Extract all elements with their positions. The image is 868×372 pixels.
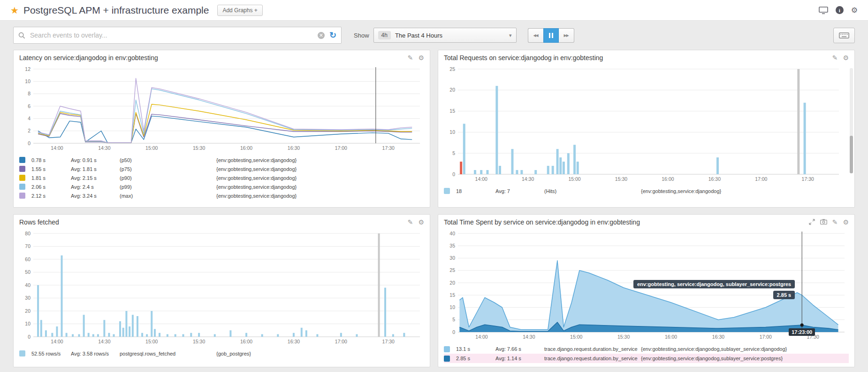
svg-text:5: 5 <box>452 317 455 322</box>
total-requests-chart[interactable]: 051015202514:0014:3015:0015:3016:0016:30… <box>444 65 844 184</box>
requests-legend: 18 Avg: 7 (Hits) {env:gobtesting,service… <box>444 186 849 195</box>
svg-text:15: 15 <box>449 292 455 298</box>
svg-text:4: 4 <box>28 116 30 121</box>
pause-button[interactable] <box>543 28 559 43</box>
panel-scrollbar[interactable] <box>850 68 853 173</box>
legend-row-max[interactable]: 2.12 s Avg: 3.24 s (max) {env:gobtesting… <box>19 191 424 200</box>
svg-text:0: 0 <box>28 140 30 146</box>
forward-button[interactable]: ▶▶ <box>559 28 574 43</box>
legend-avg: Avg: 7 <box>495 188 544 194</box>
series-color-swatch <box>19 166 25 172</box>
panel-gear-icon[interactable]: ⚙ <box>843 54 849 61</box>
svg-text:25: 25 <box>449 66 455 72</box>
panel-gear-icon[interactable]: ⚙ <box>843 219 849 225</box>
tooltip-scope-label: env:gobtesting, service:djangodog, subla… <box>633 280 795 288</box>
panel-gear-icon[interactable]: ⚙ <box>418 219 424 225</box>
edit-pencil-icon[interactable]: ✎ <box>408 54 413 61</box>
svg-text:14:00: 14:00 <box>475 334 487 340</box>
panel-header: Total Requests on service:djangodog in e… <box>444 50 849 65</box>
panel-title: Latency on service:djangodog in env:gobt… <box>19 54 158 62</box>
event-search-box[interactable]: ✕ ↻ <box>13 27 342 44</box>
svg-text:70: 70 <box>25 243 30 249</box>
legend-value: 2.12 s <box>31 193 71 199</box>
legend-metric: (p75) <box>120 166 216 172</box>
svg-text:40: 40 <box>25 282 30 288</box>
svg-text:60: 60 <box>25 256 30 262</box>
legend-metric: postgresql.rows_fetched <box>120 351 216 356</box>
legend-row-postgres[interactable]: 2.85 s Avg: 1.14 s trace.django.request.… <box>444 354 849 363</box>
svg-text:16:00: 16:00 <box>665 334 677 340</box>
clear-search-icon[interactable]: ✕ <box>318 32 325 39</box>
info-icon[interactable]: i <box>836 6 844 14</box>
legend-row-p50[interactable]: 0.78 s Avg: 0.91 s (p50) {env:gobtesting… <box>19 155 424 164</box>
keyboard-shortcuts-button[interactable] <box>833 28 855 43</box>
series-color-swatch <box>19 157 25 163</box>
svg-text:16:00: 16:00 <box>662 176 674 182</box>
legend-metric: (max) <box>120 193 216 199</box>
edit-pencil-icon[interactable]: ✎ <box>832 54 838 61</box>
edit-pencil-icon[interactable]: ✎ <box>832 219 838 225</box>
camera-snapshot-icon[interactable] <box>820 219 827 225</box>
add-graphs-button[interactable]: Add Graphs + <box>217 5 262 16</box>
svg-text:17:00: 17:00 <box>755 176 767 182</box>
latency-legend: 0.78 s Avg: 0.91 s (p50) {env:gobtesting… <box>19 155 424 200</box>
legend-avg: Avg: 2.4 s <box>71 184 120 190</box>
legend-row-hits[interactable]: 18 Avg: 7 (Hits) {env:gobtesting,service… <box>444 186 849 195</box>
svg-text:16:30: 16:30 <box>288 145 300 151</box>
legend-scope: {env:gobtesting,service:djangodog} <box>641 188 849 194</box>
svg-text:14:00: 14:00 <box>475 176 487 182</box>
legend-row-p75[interactable]: 1.55 s Avg: 1.81 s (p75) {env:gobtesting… <box>19 164 424 173</box>
panel-title: Total Time Spent by service on service:d… <box>444 218 640 226</box>
legend-row-p99[interactable]: 2.06 s Avg: 2.4 s (p99) {env:gobtesting,… <box>19 182 424 191</box>
svg-text:15:00: 15:00 <box>145 145 158 151</box>
legend-metric: (p90) <box>120 175 216 181</box>
total-time-legend: 13.1 s Avg: 7.66 s trace.django.request.… <box>444 344 849 363</box>
legend-avg: Avg: 7.66 s <box>495 346 544 352</box>
legend-scope: {env:gobtesting,service:djangodog} <box>216 175 424 181</box>
range-badge: 4h <box>378 31 391 39</box>
legend-metric: (Hits) <box>544 188 641 194</box>
latency-chart[interactable]: 02468101214:0014:3015:0015:3016:0016:301… <box>19 65 425 153</box>
svg-text:16:00: 16:00 <box>240 145 252 151</box>
svg-text:8: 8 <box>28 91 30 96</box>
expand-icon[interactable] <box>809 219 815 226</box>
screenboard-monitor-icon[interactable] <box>819 7 828 14</box>
rewind-button[interactable]: ◀◀ <box>528 28 543 43</box>
rows-fetched-chart[interactable]: 0102030405060708014:0014:3015:0015:3016:… <box>19 230 425 346</box>
series-color-swatch <box>444 356 450 362</box>
settings-gear-icon[interactable]: ⚙ <box>851 6 858 15</box>
panel-latency: Latency on service:djangodog in env:gobt… <box>13 50 430 208</box>
edit-pencil-icon[interactable]: ✎ <box>408 219 413 225</box>
panel-title: Total Requests on service:djangodog in e… <box>444 54 603 62</box>
svg-text:15:00: 15:00 <box>570 334 582 340</box>
svg-text:10: 10 <box>25 78 30 84</box>
rows-fetched-legend: 52.55 rows/s Avg: 3.58 rows/s postgresql… <box>19 349 424 358</box>
favorite-star-icon[interactable]: ★ <box>10 5 19 16</box>
svg-text:15:30: 15:30 <box>615 176 627 182</box>
search-input[interactable] <box>29 31 318 39</box>
time-range-select[interactable]: 4h The Past 4 Hours ▾ <box>373 28 517 43</box>
panel-total-requests: Total Requests on service:djangodog in e… <box>438 50 855 208</box>
svg-text:10: 10 <box>25 321 30 326</box>
search-icon <box>18 32 25 39</box>
svg-text:14:30: 14:30 <box>98 145 110 151</box>
svg-text:17:00: 17:00 <box>760 334 772 340</box>
series-color-swatch <box>19 175 25 181</box>
svg-text:14:00: 14:00 <box>51 145 63 151</box>
refresh-icon[interactable]: ↻ <box>329 31 336 39</box>
svg-text:20: 20 <box>449 280 455 286</box>
chevron-down-icon: ▾ <box>509 32 512 39</box>
svg-text:15:30: 15:30 <box>617 334 630 340</box>
svg-text:14:30: 14:30 <box>522 176 534 182</box>
legend-row-rows-fetched[interactable]: 52.55 rows/s Avg: 3.58 rows/s postgresql… <box>19 349 424 358</box>
legend-row-djangodog[interactable]: 13.1 s Avg: 7.66 s trace.django.request.… <box>444 344 849 354</box>
svg-text:16:30: 16:30 <box>708 176 721 182</box>
svg-text:50: 50 <box>25 269 30 275</box>
legend-avg: Avg: 2.15 s <box>71 175 120 181</box>
legend-row-p90[interactable]: 1.81 s Avg: 2.15 s (p90) {env:gobtesting… <box>19 173 424 182</box>
panel-header: Total Time Spent by service on service:d… <box>444 215 849 230</box>
legend-scope: {env:gobtesting,service:djangodog} <box>216 157 424 163</box>
panel-gear-icon[interactable]: ⚙ <box>418 54 424 61</box>
svg-text:35: 35 <box>449 243 455 248</box>
legend-value: 2.06 s <box>31 184 71 190</box>
